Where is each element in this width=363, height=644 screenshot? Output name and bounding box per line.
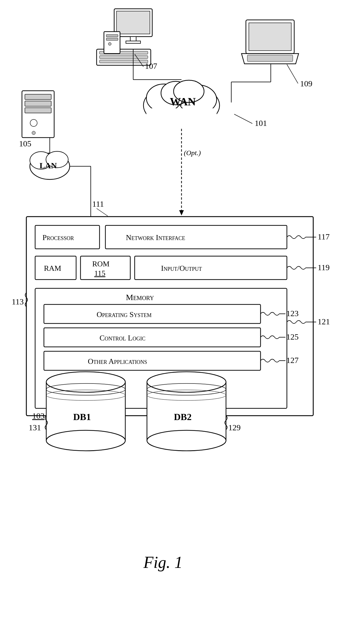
svg-line-16 <box>287 64 298 83</box>
svg-text:Memory: Memory <box>126 293 154 302</box>
svg-rect-10 <box>106 38 118 40</box>
ref-125: 125 <box>286 332 299 341</box>
svg-rect-69 <box>44 328 261 347</box>
svg-text:Processor: Processor <box>42 233 74 242</box>
svg-rect-3 <box>126 41 141 43</box>
ref-109: 109 <box>300 79 312 88</box>
svg-text:115: 115 <box>94 269 105 278</box>
ref-107: 107 <box>145 61 157 71</box>
svg-point-29 <box>30 119 37 126</box>
svg-rect-27 <box>25 101 51 106</box>
svg-rect-6 <box>100 56 148 59</box>
svg-line-24 <box>234 114 252 124</box>
ref-113: 113 <box>12 297 24 306</box>
ref-111: 111 <box>92 199 104 208</box>
svg-text:Network Interface: Network Interface <box>126 233 185 242</box>
svg-point-11 <box>108 42 111 45</box>
svg-rect-72 <box>44 351 261 370</box>
svg-text:Control Logic: Control Logic <box>100 334 145 342</box>
ref-131: 131 <box>29 423 41 432</box>
ref-123: 123 <box>286 309 299 318</box>
svg-rect-60 <box>135 256 287 280</box>
ref-105: 105 <box>19 139 31 148</box>
svg-text:Other Applications: Other Applications <box>88 357 147 366</box>
svg-rect-28 <box>25 108 51 113</box>
svg-rect-15 <box>247 55 293 61</box>
svg-point-76 <box>46 372 125 392</box>
svg-rect-22 <box>146 108 217 130</box>
svg-text:DB2: DB2 <box>174 412 191 422</box>
svg-text:Input/Output: Input/Output <box>161 264 202 273</box>
ref-101: 101 <box>255 119 267 128</box>
svg-point-85 <box>147 430 226 451</box>
svg-text:RAM: RAM <box>44 264 61 273</box>
svg-point-79 <box>46 430 125 451</box>
svg-rect-14 <box>249 23 291 51</box>
svg-rect-9 <box>106 35 118 37</box>
ref-121: 121 <box>318 317 330 326</box>
svg-marker-47 <box>179 210 184 215</box>
ref-127: 127 <box>286 356 299 365</box>
svg-text:LAN: LAN <box>40 161 57 170</box>
svg-rect-1 <box>117 11 150 34</box>
ref-119: 119 <box>318 263 330 272</box>
svg-rect-26 <box>25 94 51 100</box>
diagram-container: 107 109 WAN 101 <box>0 0 363 644</box>
svg-text:(Opt.): (Opt.) <box>184 149 201 157</box>
svg-text:Operating System: Operating System <box>97 310 152 319</box>
svg-text:DB1: DB1 <box>73 412 91 422</box>
ref-117: 117 <box>318 232 330 241</box>
svg-rect-66 <box>44 304 261 323</box>
svg-text:WAN: WAN <box>170 95 196 108</box>
svg-point-82 <box>147 372 226 392</box>
svg-text:ROM: ROM <box>92 260 109 268</box>
figure-label: Fig. 1 <box>143 553 183 571</box>
svg-point-30 <box>32 131 35 135</box>
ref-103: 103 <box>32 411 44 420</box>
svg-line-48 <box>97 208 108 216</box>
ref-129: 129 <box>228 423 241 432</box>
